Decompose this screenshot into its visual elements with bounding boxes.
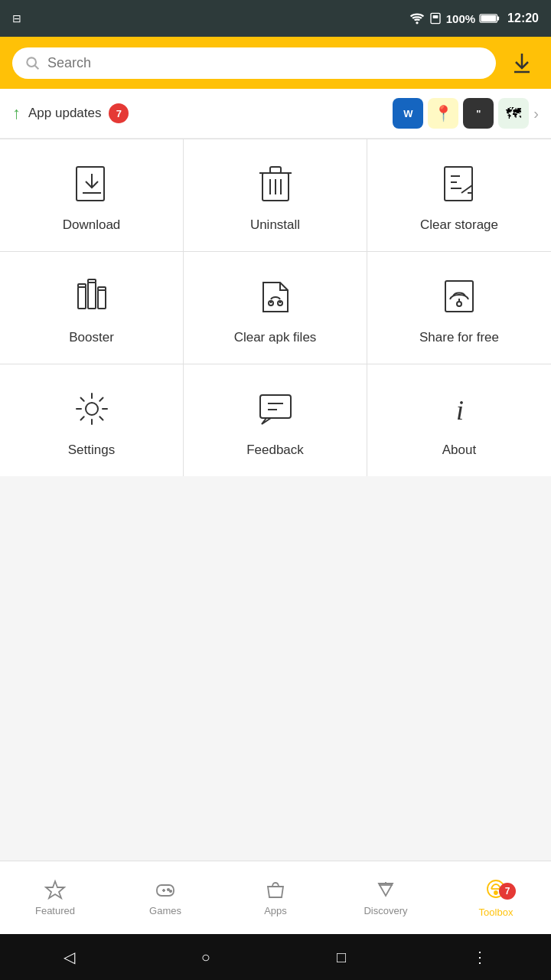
svg-point-33	[457, 302, 461, 306]
svg-rect-35	[260, 395, 291, 418]
menu-item-settings[interactable]: Settings	[0, 364, 184, 476]
svg-point-6	[27, 57, 36, 67]
svg-text:i: i	[456, 395, 464, 426]
info-icon: i	[438, 387, 481, 430]
sim-icon	[429, 12, 442, 24]
svg-rect-24	[78, 287, 86, 309]
app-icon-4: 🗺	[498, 98, 529, 129]
header-download-button[interactable]	[505, 46, 539, 80]
booster-label: Booster	[69, 330, 114, 345]
android-icon: ⊟	[12, 12, 21, 24]
svg-rect-5	[497, 16, 500, 20]
battery-percent: 100%	[446, 12, 475, 25]
feedback-icon	[254, 387, 297, 430]
toolbox-label: Toolbox	[479, 906, 514, 918]
menu-grid: Download Uninstall	[0, 139, 551, 476]
updates-chevron-icon[interactable]: ›	[533, 105, 539, 122]
about-label: About	[442, 443, 476, 458]
svg-rect-2	[432, 15, 438, 18]
discovery-label: Discovery	[364, 905, 407, 916]
svg-rect-29	[98, 287, 106, 290]
discovery-icon	[375, 879, 396, 900]
menu-button[interactable]: ⋮	[454, 942, 506, 972]
clear-apk-icon	[254, 275, 297, 318]
svg-line-23	[461, 185, 472, 193]
back-button[interactable]: ◁	[45, 942, 93, 972]
toolbox-badge: 7	[499, 883, 516, 900]
download-arrow-icon	[510, 51, 534, 75]
menu-item-uninstall[interactable]: Uninstall	[184, 139, 367, 252]
status-bar: ⊟ 100% 12:20	[0, 0, 551, 37]
content-spacer	[0, 476, 551, 861]
svg-rect-25	[88, 283, 96, 309]
feedback-label: Feedback	[246, 443, 304, 458]
featured-label: Featured	[35, 905, 75, 916]
share-wifi-icon	[438, 275, 481, 318]
menu-item-feedback[interactable]: Feedback	[184, 364, 367, 476]
star-icon	[44, 879, 66, 900]
nav-item-discovery[interactable]: Discovery	[331, 861, 441, 934]
battery-icon	[480, 13, 500, 24]
app-icon-2: 📍	[428, 98, 458, 129]
download-box-icon	[70, 162, 113, 205]
recents-button[interactable]: □	[318, 942, 364, 972]
svg-rect-19	[445, 167, 472, 201]
search-input[interactable]	[47, 55, 484, 71]
svg-rect-26	[98, 290, 106, 309]
download-label: Download	[63, 217, 121, 233]
menu-item-about[interactable]: i About	[367, 364, 551, 476]
app-icon-3: "	[463, 98, 494, 129]
svg-line-7	[35, 66, 39, 70]
clear-storage-label: Clear storage	[420, 217, 498, 233]
share-free-label: Share for free	[419, 330, 499, 345]
header	[0, 37, 551, 89]
app-icon-1: W	[393, 98, 423, 129]
svg-point-50	[494, 891, 497, 894]
svg-rect-4	[481, 15, 496, 21]
settings-gear-icon	[70, 387, 113, 430]
search-bar[interactable]	[12, 47, 496, 79]
menu-item-booster[interactable]: Booster	[0, 252, 184, 364]
games-icon	[155, 879, 176, 900]
time-display: 12:20	[507, 11, 539, 25]
svg-point-44	[170, 890, 171, 892]
svg-rect-28	[88, 279, 96, 283]
updates-arrow-icon: ↑	[12, 103, 21, 123]
app-updates-label: App updates	[28, 106, 101, 121]
apps-label: Apps	[264, 905, 287, 916]
svg-point-43	[168, 889, 169, 890]
settings-label: Settings	[68, 443, 115, 458]
clear-apk-label: Clear apk files	[234, 330, 317, 345]
clear-storage-icon	[438, 162, 481, 205]
app-icons-row: W 📍 " 🗺	[393, 98, 529, 129]
wifi-icon	[409, 12, 425, 24]
svg-rect-15	[270, 167, 281, 173]
games-label: Games	[149, 905, 181, 916]
trash-icon	[254, 162, 297, 205]
menu-item-share-free[interactable]: Share for free	[367, 252, 551, 364]
svg-point-0	[416, 21, 418, 24]
bottom-nav: Featured Games Apps Discovery	[0, 861, 551, 934]
nav-item-toolbox[interactable]: 7 Toolbox	[441, 861, 551, 934]
menu-item-clear-apk[interactable]: Clear apk files	[184, 252, 367, 364]
system-nav: ◁ ○ □ ⋮	[0, 934, 551, 980]
svg-marker-39	[46, 881, 64, 898]
search-icon	[24, 55, 40, 70]
svg-rect-10	[77, 167, 104, 201]
svg-rect-27	[78, 284, 86, 287]
nav-item-games[interactable]: Games	[110, 861, 220, 934]
uninstall-label: Uninstall	[250, 217, 300, 233]
nav-item-apps[interactable]: Apps	[220, 861, 331, 934]
menu-item-clear-storage[interactable]: Clear storage	[367, 139, 551, 252]
home-button[interactable]: ○	[183, 942, 229, 972]
svg-point-34	[86, 403, 98, 415]
apps-bag-icon	[265, 879, 286, 900]
app-updates-bar[interactable]: ↑ App updates 7 W 📍 " 🗺 ›	[0, 89, 551, 139]
nav-item-featured[interactable]: Featured	[0, 861, 110, 934]
booster-icon	[70, 275, 113, 318]
updates-badge: 7	[109, 103, 129, 123]
menu-item-download[interactable]: Download	[0, 139, 184, 252]
